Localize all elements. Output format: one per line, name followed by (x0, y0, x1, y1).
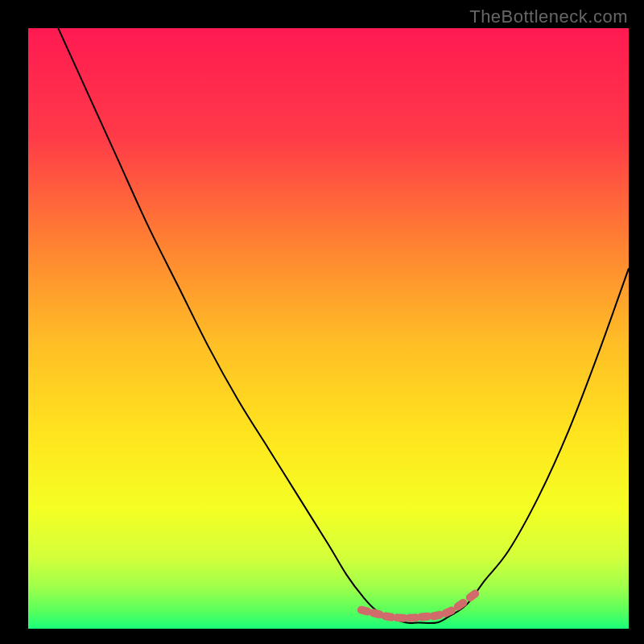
watermark-text: TheBottleneck.com (469, 6, 628, 27)
chart-container: TheBottleneck.com (0, 0, 644, 644)
chart-svg (28, 28, 629, 629)
plot-area (28, 28, 629, 629)
gradient-background (28, 28, 629, 629)
